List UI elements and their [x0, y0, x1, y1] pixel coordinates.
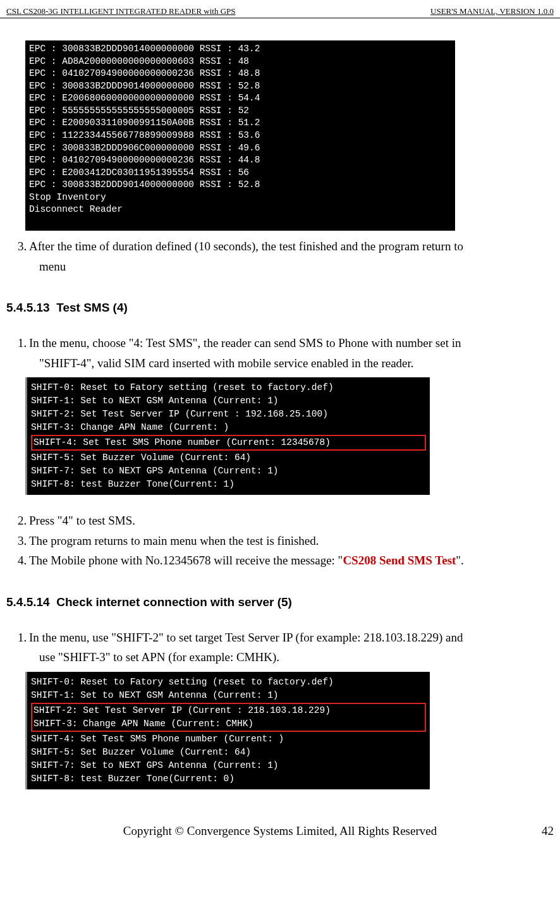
heading-number: 5.4.5.13 [6, 301, 50, 314]
text: "SHIFT-4", valid SIM card inserted with … [39, 356, 414, 370]
text: use "SHIFT-3" to set APN (for example: C… [39, 650, 279, 664]
footer-copyright: Copyright © Convergence Systems Limited,… [32, 824, 528, 838]
heading-check-internet: 5.4.5.14 Check internet connection with … [6, 595, 554, 609]
text: In the menu, use "SHIFT-2" to set target… [29, 631, 463, 644]
text-highlight: CS208 Send SMS Test [343, 554, 456, 567]
footer-page-number: 42 [528, 824, 554, 838]
text: Press "4" to test SMS. [29, 514, 135, 527]
paragraph-sms-steps: 2.Press "4" to test SMS. 3.The program r… [6, 511, 554, 569]
header-left: CSL CS208-3G INTELLIGENT INTEGRATED READ… [6, 6, 236, 16]
paragraph-after-inventory: 3.After the time of duration defined (10… [6, 237, 554, 276]
paragraph-net-intro: 1.In the menu, use "SHIFT-2" to set targ… [6, 628, 554, 667]
terminal-shift-menu-net: SHIFT-0: Reset to Fatory setting (reset … [25, 672, 430, 789]
text: The Mobile phone with No.12345678 will r… [29, 554, 343, 567]
text: ". [456, 554, 464, 567]
page: CSL CS208-3G INTELLIGENT INTEGRATED READ… [0, 0, 560, 851]
paragraph-sms-intro: 1.In the menu, choose "4: Test SMS", the… [6, 334, 554, 372]
text: menu [39, 260, 66, 273]
terminal-shift-menu-sms: SHIFT-0: Reset to Fatory setting (reset … [25, 377, 430, 495]
heading-number: 5.4.5.14 [6, 595, 50, 609]
text: In the menu, choose "4: Test SMS", the r… [29, 336, 461, 350]
text: After the time of duration defined (10 s… [29, 240, 463, 253]
page-header: CSL CS208-3G INTELLIGENT INTEGRATED READ… [0, 6, 560, 18]
heading-title: Check internet connection with server (5… [56, 595, 292, 609]
heading-test-sms: 5.4.5.13 Test SMS (4) [6, 301, 554, 315]
terminal-output-inventory: EPC : 300833B2DDD9014000000000 RSSI : 43… [25, 40, 455, 231]
header-right: USER'S MANUAL, VERSION 1.0.0 [430, 6, 554, 16]
page-content: EPC : 300833B2DDD9014000000000 RSSI : 43… [0, 40, 560, 789]
heading-title: Test SMS (4) [56, 301, 128, 314]
text: The program returns to main menu when th… [29, 534, 319, 547]
page-footer: Copyright © Convergence Systems Limited,… [0, 824, 560, 838]
